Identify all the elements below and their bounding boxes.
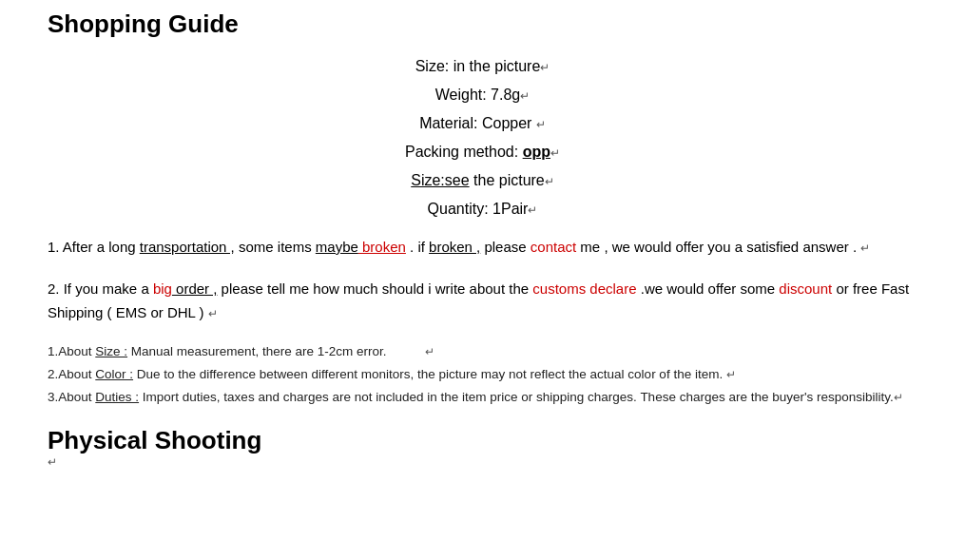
spec-sizeref-label: Size:see [411,172,469,188]
note3-suffix: Import duties, taxes and charges are not… [139,390,894,404]
para1-broken1: broken [358,239,406,255]
para1-mid3: please [480,239,531,255]
note2-key: Color : [95,367,133,381]
note3-prefix: 3.About [48,390,95,404]
para2-order: order , [172,280,218,297]
spec-material: Material: Copper ↵ [48,115,917,132]
spec-weight-value: 7.8g [487,87,521,103]
spec-weight-label: Weight: [435,87,487,103]
para2-mid2: .we would offer some [637,280,780,297]
note-1: 1.About Size : Manual measurement, there… [48,340,917,363]
spec-material-label: Material: [419,115,477,131]
para1-broken2: broken , [429,239,480,255]
spec-material-value: Copper [477,115,531,131]
spec-size-value: in the picture [449,58,540,74]
para2-prefix: 2. If you make a [48,280,153,297]
spec-size: Size: in the picture↵ [48,58,917,75]
spec-weight: Weight: 7.8g↵ [48,87,917,104]
para1-prefix: 1. After a long [48,239,140,255]
para1-mid1: some items [235,239,316,255]
physical-shooting-newline: ↵ [48,455,917,469]
spec-sizeref-value: the picture [470,172,545,188]
para2-big: big [153,280,172,297]
spec-quantity-value: 1Pair [489,201,529,217]
para1-mid2: . if [406,239,429,255]
para1-transportation: transportation , [140,239,235,255]
note2-suffix: Due to the difference between different … [133,367,723,381]
spec-packing-label: Packing method: [405,144,523,160]
para2-discount: discount [779,280,832,297]
note-2: 2.About Color : Due to the difference be… [48,363,917,386]
physical-shooting-title: Physical Shooting [48,426,917,455]
spec-packing-value: opp [523,144,550,160]
para1-maybe: maybe [316,239,358,255]
para2-customs: customs [532,280,586,297]
spec-quantity: Quantity: 1Pair↵ [48,201,917,218]
para1-contact: contact [531,239,576,255]
note-3: 3.About Duties : Import duties, taxes an… [48,386,917,409]
spec-size-label: Size: [415,58,450,74]
notes-section: 1.About Size : Manual measurement, there… [48,340,917,410]
para2-declare: declare [586,280,636,297]
para2-mid1: please tell me how much should i write a… [217,280,532,297]
paragraph-2: 2. If you make a big order , please tell… [48,277,917,325]
paragraph-1: 1. After a long transportation , some it… [48,235,917,260]
note1-suffix: Manual measurement, there are 1-2cm erro… [127,344,386,358]
note1-key: Size : [95,344,127,358]
note2-prefix: 2.About [48,367,95,381]
shopping-guide-title: Shopping Guide [48,10,917,39]
note3-key: Duties : [95,390,139,404]
spec-sizeref: Size:see the picture↵ [48,172,917,189]
note1-prefix: 1.About [48,344,95,358]
para1-suffix: me , we would offer you a satisfied answ… [576,239,860,255]
spec-quantity-label: Quantity: [428,201,489,217]
spec-packing: Packing method: opp↵ [48,144,917,161]
